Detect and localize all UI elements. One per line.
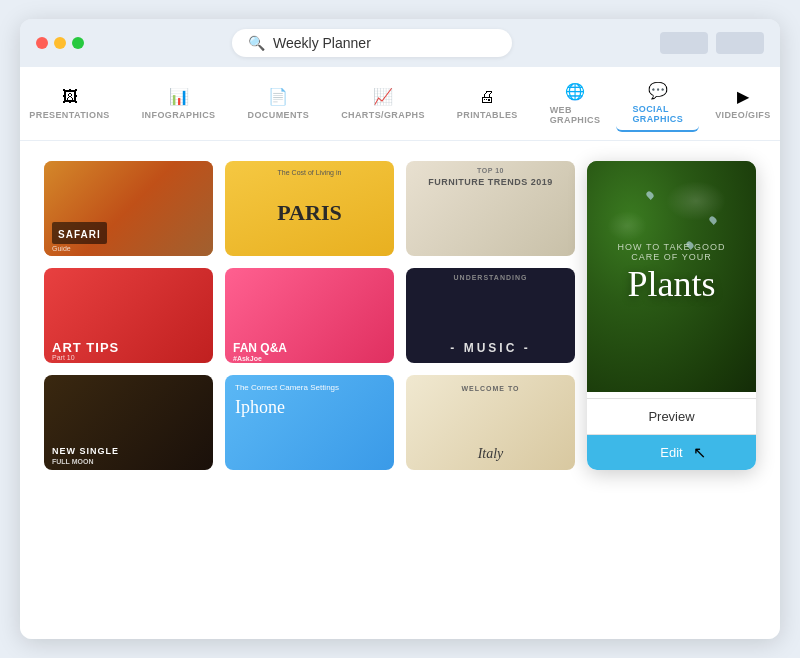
minimize-dot[interactable] xyxy=(54,37,66,49)
template-new-single[interactable]: NEW SINGLE FULL MOON xyxy=(44,375,213,470)
maximize-dot[interactable] xyxy=(72,37,84,49)
italy-title: Italy xyxy=(406,446,575,462)
presentations-label: PRESENTATIONS xyxy=(29,110,109,120)
safari-title: SAFARI xyxy=(58,229,101,240)
new-single-title: NEW SINGLE xyxy=(52,446,119,456)
template-safari[interactable]: SAFARI Guide xyxy=(44,161,213,256)
furniture-title: FURNITURE TRENDS 2019 xyxy=(406,177,575,187)
cursor-icon: ↖ xyxy=(693,443,706,462)
sidebar-item-presentations[interactable]: 🖼 PRESENTATIONS xyxy=(20,82,126,126)
social-graphics-icon: 💬 xyxy=(648,81,668,100)
search-input[interactable] xyxy=(273,35,496,51)
search-wrapper: 🔍 xyxy=(232,29,512,57)
browser-titlebar: 🔍 xyxy=(20,19,780,67)
main-content: SAFARI Guide The Cost of Living in PARIS… xyxy=(20,141,780,639)
safari-subtitle: Guide xyxy=(52,245,71,252)
documents-label: DOCUMENTS xyxy=(248,110,310,120)
iphone-title: Iphone xyxy=(235,397,285,418)
plants-text-area: HOW TO TAKE GOOD CARE OF YOUR Plants xyxy=(587,232,756,312)
web-graphics-icon: 🌐 xyxy=(565,82,585,101)
furniture-subtitle: TOP 10 xyxy=(406,167,575,174)
italy-subtitle: WELCOME TO xyxy=(406,385,575,392)
template-art-tips[interactable]: ART TIPS Part 10 xyxy=(44,268,213,363)
edit-button[interactable]: Edit xyxy=(587,435,756,470)
sidebar-item-social-graphics[interactable]: 💬 SOCIAL GRAPHICS xyxy=(616,75,699,132)
infographics-icon: 📊 xyxy=(169,87,189,106)
video-gifs-icon: ▶ xyxy=(737,87,749,106)
preview-button[interactable]: Preview xyxy=(587,399,756,435)
plants-actions: Preview Edit ↖ xyxy=(587,398,756,470)
social-graphics-label: SOCIAL GRAPHICS xyxy=(632,104,683,124)
sidebar-item-printables[interactable]: 🖨 PRINTABLES xyxy=(441,82,534,126)
sidebar-item-video-gifs[interactable]: ▶ VIDEO/GIFS xyxy=(699,81,780,126)
sidebar-item-documents[interactable]: 📄 DOCUMENTS xyxy=(232,81,326,126)
paris-title: PARIS xyxy=(277,199,341,225)
traffic-lights xyxy=(36,37,84,49)
music-title: - MUSIC - xyxy=(406,341,575,355)
template-iphone[interactable]: The Correct Camera Settings Iphone xyxy=(225,375,394,470)
template-music[interactable]: UNDERSTANDING - MUSIC - xyxy=(406,268,575,363)
fan-qa-subtitle: #AskJoe xyxy=(233,355,262,362)
plants-bg: HOW TO TAKE GOOD CARE OF YOUR Plants xyxy=(587,161,756,392)
documents-icon: 📄 xyxy=(268,87,288,106)
browser-btn-2[interactable] xyxy=(716,32,764,54)
iphone-subtitle: The Correct Camera Settings xyxy=(235,383,339,392)
plants-subtitle: HOW TO TAKE GOOD CARE OF YOUR xyxy=(603,242,740,262)
charts-icon: 📈 xyxy=(373,87,393,106)
new-single-subtitle: FULL MOON xyxy=(52,458,93,465)
search-bar-area: 🔍 xyxy=(96,29,648,57)
printables-label: PRINTABLES xyxy=(457,110,518,120)
paris-subtitle: The Cost of Living in xyxy=(225,169,394,176)
printables-icon: 🖨 xyxy=(479,88,495,106)
sidebar-item-infographics[interactable]: 📊 INFOGRAPHICS xyxy=(126,81,232,126)
search-icon: 🔍 xyxy=(248,35,265,51)
close-dot[interactable] xyxy=(36,37,48,49)
leaf-highlight-1 xyxy=(666,181,726,221)
video-gifs-label: VIDEO/GIFS xyxy=(715,110,771,120)
categories-bar: 🖼 PRESENTATIONS 📊 INFOGRAPHICS 📄 DOCUMEN… xyxy=(20,67,780,141)
templates-grid: SAFARI Guide The Cost of Living in PARIS… xyxy=(44,161,756,470)
browser-window: 🔍 🖼 PRESENTATIONS 📊 INFOGRAPHICS 📄 DOCUM… xyxy=(20,19,780,639)
charts-label: CHARTS/GRAPHS xyxy=(341,110,425,120)
music-subtitle: UNDERSTANDING xyxy=(406,274,575,281)
template-paris[interactable]: The Cost of Living in PARIS xyxy=(225,161,394,256)
template-fan-qa[interactable]: FAN Q&A #AskJoe xyxy=(225,268,394,363)
infographics-label: INFOGRAPHICS xyxy=(142,110,216,120)
presentations-icon: 🖼 xyxy=(62,88,78,106)
browser-btn-1[interactable] xyxy=(660,32,708,54)
art-tips-title: ART TIPS xyxy=(52,340,119,355)
template-plants[interactable]: HOW TO TAKE GOOD CARE OF YOUR Plants Pre… xyxy=(587,161,756,470)
fan-qa-title: FAN Q&A xyxy=(233,341,287,355)
template-furniture[interactable]: TOP 10 FURNITURE TRENDS 2019 xyxy=(406,161,575,256)
plants-title: Plants xyxy=(627,266,715,302)
sidebar-item-web-graphics[interactable]: 🌐 WEB GRAPHICS xyxy=(534,76,617,131)
browser-actions xyxy=(660,32,764,54)
art-tips-subtitle: Part 10 xyxy=(52,354,75,361)
sidebar-item-charts[interactable]: 📈 CHARTS/GRAPHS xyxy=(325,81,441,126)
template-italy[interactable]: WELCOME TO Italy xyxy=(406,375,575,470)
web-graphics-label: WEB GRAPHICS xyxy=(550,105,601,125)
